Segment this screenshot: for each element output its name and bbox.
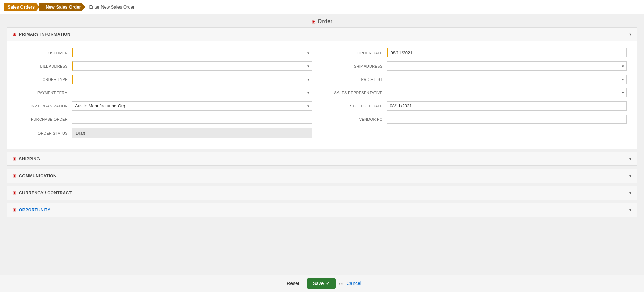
vendor-po-input-wrap xyxy=(387,115,627,124)
inv-organization-select-wrapper: Austin Manufacturing Org xyxy=(72,101,312,111)
order-status-field-row: ORDER STATUS Draft xyxy=(17,128,312,138)
bill-address-select-wrapper xyxy=(72,61,312,71)
section-shipping: ⊞ SHIPPING ▾ xyxy=(7,152,637,166)
purchase-order-label: PURCHASE ORDER xyxy=(17,117,72,121)
breadcrumb-new-sales-order[interactable]: New Sales Order xyxy=(39,3,85,11)
inv-organization-field-row: INV ORGANIZATION Austin Manufacturing Or… xyxy=(17,101,312,111)
primary-section-title: PRIMARY INFORMATION xyxy=(19,32,70,37)
sales-rep-label: SALES REPRESENTATIVE xyxy=(332,91,387,95)
customer-field-row: CUSTOMER xyxy=(17,48,312,57)
ship-address-select-wrapper xyxy=(387,61,627,71)
ship-address-select[interactable] xyxy=(387,61,627,71)
sales-rep-field-row: SALES REPRESENTATIVE xyxy=(332,88,627,97)
schedule-date-input-wrap xyxy=(387,101,627,111)
schedule-date-field-row: SCHEDULE DATE xyxy=(332,101,627,111)
order-date-field-row: ORDER DATE xyxy=(332,48,627,57)
price-list-select[interactable] xyxy=(387,75,627,84)
payment-term-select[interactable] xyxy=(72,88,312,97)
form-right-col: ORDER DATE SHIP ADDRESS xyxy=(332,48,627,141)
sales-rep-select[interactable] xyxy=(387,88,627,97)
customer-select-wrapper xyxy=(72,48,312,57)
section-primary-header[interactable]: ⊞ PRIMARY INFORMATION ▾ xyxy=(7,28,637,41)
price-list-select-wrapper xyxy=(387,75,627,84)
currency-section-icon: ⊞ xyxy=(13,190,16,195)
sales-rep-select-wrapper xyxy=(387,88,627,97)
section-communication: ⊞ COMMUNICATION ▾ xyxy=(7,169,637,183)
schedule-date-input[interactable] xyxy=(387,101,627,111)
vendor-po-field-row: VENDOR PO xyxy=(332,115,627,124)
primary-section-body: CUSTOMER BILL ADDRESS xyxy=(7,41,637,149)
schedule-date-label: SCHEDULE DATE xyxy=(332,104,387,108)
order-status-display: Draft xyxy=(72,128,312,138)
inv-organization-label: INV ORGANIZATION xyxy=(17,104,72,108)
page-title-area: ⊞ Order xyxy=(0,14,644,27)
communication-section-icon: ⊞ xyxy=(13,173,16,178)
order-status-display-wrap: Draft xyxy=(72,128,312,138)
bill-address-field-row: BILL ADDRESS xyxy=(17,61,312,71)
purchase-order-input[interactable] xyxy=(72,115,312,124)
customer-select[interactable] xyxy=(72,48,312,57)
order-icon: ⊞ xyxy=(312,19,316,24)
communication-chevron-icon: ▾ xyxy=(629,174,631,178)
section-communication-header[interactable]: ⊞ COMMUNICATION ▾ xyxy=(7,169,637,183)
order-date-input[interactable] xyxy=(387,48,627,57)
opportunity-section-icon: ⊞ xyxy=(13,207,16,213)
order-type-select-wrapper xyxy=(72,75,312,84)
shipping-chevron-icon: ▾ xyxy=(629,157,631,161)
section-currency: ⊞ CURRENCY / CONTRACT ▾ xyxy=(7,186,637,200)
inv-organization-select[interactable]: Austin Manufacturing Org xyxy=(72,101,312,111)
order-type-select[interactable] xyxy=(72,75,312,84)
purchase-order-field-row: PURCHASE ORDER xyxy=(17,115,312,124)
order-date-label: ORDER DATE xyxy=(332,51,387,55)
primary-section-icon: ⊞ xyxy=(13,32,16,37)
form-left-col: CUSTOMER BILL ADDRESS xyxy=(17,48,312,141)
payment-term-select-wrapper xyxy=(72,88,312,97)
section-currency-header[interactable]: ⊞ CURRENCY / CONTRACT ▾ xyxy=(7,186,637,200)
currency-section-title: CURRENCY / CONTRACT xyxy=(19,191,72,195)
page-title: Order xyxy=(318,18,333,25)
order-type-label: ORDER TYPE xyxy=(17,77,72,82)
communication-section-title: COMMUNICATION xyxy=(19,174,57,178)
bill-address-label: BILL ADDRESS xyxy=(17,64,72,68)
breadcrumb-sales-orders[interactable]: Sales Orders xyxy=(4,3,40,11)
primary-chevron-icon: ▾ xyxy=(629,32,631,37)
ship-address-field-row: SHIP ADDRESS xyxy=(332,61,627,71)
order-status-label: ORDER STATUS xyxy=(17,131,72,135)
shipping-section-title: SHIPPING xyxy=(19,157,40,161)
vendor-po-input[interactable] xyxy=(387,115,627,124)
section-opportunity-header[interactable]: ⊞ OPPORTUNITY ▾ xyxy=(7,203,637,217)
payment-term-label: PAYMENT TERM xyxy=(17,91,72,95)
order-type-field-row: ORDER TYPE xyxy=(17,75,312,84)
section-primary-information: ⊞ PRIMARY INFORMATION ▾ CUSTOMER xyxy=(7,27,637,149)
price-list-label: PRICE LIST xyxy=(332,77,387,82)
ship-address-label: SHIP ADDRESS xyxy=(332,64,387,68)
opportunity-chevron-icon: ▾ xyxy=(629,208,631,213)
price-list-field-row: PRICE LIST xyxy=(332,75,627,84)
vendor-po-label: VENDOR PO xyxy=(332,117,387,121)
purchase-order-input-wrap xyxy=(72,115,312,124)
shipping-section-icon: ⊞ xyxy=(13,156,16,161)
breadcrumb-current: Enter New Sales Order xyxy=(89,4,135,10)
payment-term-field-row: PAYMENT TERM xyxy=(17,88,312,97)
currency-chevron-icon: ▾ xyxy=(629,191,631,195)
customer-label: CUSTOMER xyxy=(17,51,72,55)
bill-address-select[interactable] xyxy=(72,61,312,71)
order-date-input-wrap xyxy=(387,48,627,57)
section-shipping-header[interactable]: ⊞ SHIPPING ▾ xyxy=(7,152,637,166)
section-opportunity: ⊞ OPPORTUNITY ▾ xyxy=(7,203,637,217)
opportunity-section-title[interactable]: OPPORTUNITY xyxy=(19,208,50,213)
breadcrumb: Sales Orders New Sales Order Enter New S… xyxy=(0,0,644,14)
